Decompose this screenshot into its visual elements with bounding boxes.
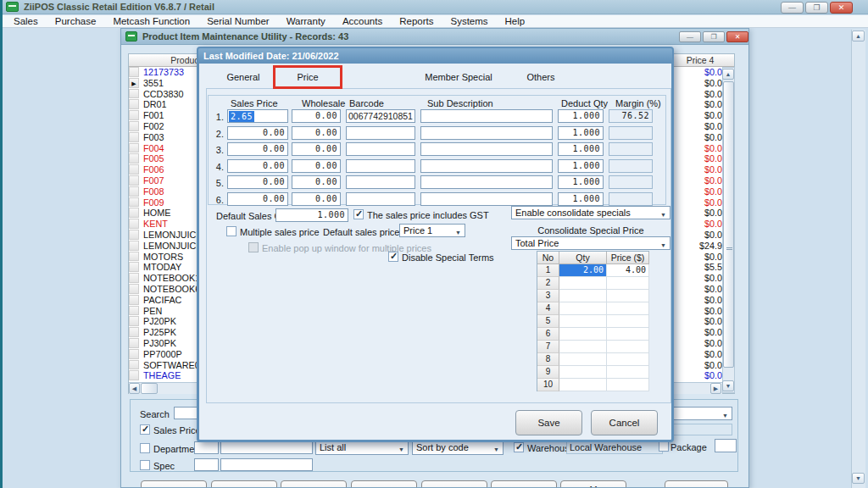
price-cell[interactable] xyxy=(607,290,649,302)
grid-scroll-left-icon[interactable]: ◀ xyxy=(129,383,140,394)
sub-description-input[interactable] xyxy=(420,126,553,140)
price-cell[interactable]: 4.00 xyxy=(607,264,649,277)
menu-reports[interactable]: Reports xyxy=(391,15,442,28)
price-cell[interactable] xyxy=(607,328,649,341)
sales-price-in-checkbox[interactable] xyxy=(140,424,150,435)
qty-cell[interactable] xyxy=(559,379,607,391)
tab-general[interactable]: General xyxy=(226,72,259,82)
minimize-button[interactable]: — xyxy=(781,2,804,14)
menu-purchase[interactable]: Purchase xyxy=(47,15,105,28)
bottom-action-button[interactable] xyxy=(421,480,487,488)
list-all-dropdown[interactable]: List all xyxy=(315,441,409,455)
menu-metcash-function[interactable]: Metcash Function xyxy=(104,15,198,28)
price-cell[interactable] xyxy=(607,353,649,366)
sales-price-input[interactable]: 0.00 xyxy=(227,192,288,206)
spec-code-input[interactable] xyxy=(194,458,219,471)
package-checkbox[interactable] xyxy=(659,441,669,452)
qty-cell[interactable] xyxy=(559,353,607,366)
menu-accounts[interactable]: Accounts xyxy=(334,15,391,28)
bottom-action-button[interactable] xyxy=(211,480,277,488)
sub-description-input[interactable] xyxy=(420,175,553,189)
bottom-action-button[interactable]: M xyxy=(560,480,626,488)
price-cell[interactable] xyxy=(607,277,649,290)
menu-systems[interactable]: Systems xyxy=(442,15,496,28)
disable-special-terms-checkbox[interactable] xyxy=(388,252,398,262)
default-sales-price-dropdown[interactable]: Price 1 xyxy=(399,224,465,237)
scroll-up-icon[interactable]: ▲ xyxy=(852,30,865,42)
warehouse-checkbox[interactable] xyxy=(514,442,524,452)
price-cell[interactable] xyxy=(607,302,649,315)
deduct-qty-input[interactable]: 1.000 xyxy=(558,126,604,140)
multiple-sales-price-checkbox[interactable] xyxy=(226,226,236,236)
save-button[interactable]: Save xyxy=(515,410,582,435)
consolidate-specials-dropdown[interactable]: Enable consolidate specials xyxy=(511,206,670,219)
qty-cell[interactable] xyxy=(559,277,607,290)
menu-warranty[interactable]: Warranty xyxy=(278,15,334,28)
grid-scroll-right-icon[interactable]: ▶ xyxy=(710,383,721,394)
sub-description-input[interactable] xyxy=(420,142,553,156)
grid-scrollbar-thumb[interactable] xyxy=(723,81,734,368)
barcode-input[interactable] xyxy=(346,192,415,206)
wholesale-input[interactable]: 0.00 xyxy=(292,142,341,156)
deduct-qty-input[interactable]: 1.000 xyxy=(558,159,604,173)
inner-titlebar[interactable]: Product Item Maintenance Utility - Recor… xyxy=(121,29,748,45)
deduct-qty-input[interactable]: 1.000 xyxy=(558,109,604,123)
bottom-action-button[interactable] xyxy=(351,480,417,488)
grid-scroll-up-icon[interactable]: ▲ xyxy=(722,69,734,80)
sales-price-input[interactable]: 0.00 xyxy=(227,159,288,173)
right-filter-dropdown[interactable] xyxy=(671,407,732,420)
package-input[interactable] xyxy=(715,439,737,452)
wholesale-input[interactable]: 0.00 xyxy=(292,109,341,123)
grid-vertical-scrollbar[interactable]: ▲ ▼ xyxy=(722,67,735,393)
restore-button[interactable]: ❐ xyxy=(805,2,828,14)
qty-cell[interactable] xyxy=(559,302,607,315)
qty-cell[interactable]: 2.00 xyxy=(559,264,607,277)
inner-maximize-button[interactable]: ❐ xyxy=(703,31,725,42)
sub-description-input[interactable] xyxy=(420,192,553,206)
deduct-qty-input[interactable]: 1.000 xyxy=(558,175,604,189)
tab-others[interactable]: Others xyxy=(526,72,554,82)
close-button[interactable]: ✕ xyxy=(830,2,853,14)
right-filter-field[interactable] xyxy=(671,424,732,435)
menu-help[interactable]: Help xyxy=(497,15,534,28)
cancel-button[interactable]: Cancel xyxy=(591,410,658,435)
total-price-dropdown[interactable]: Total Price xyxy=(511,236,670,250)
tab-member-special[interactable]: Member Special xyxy=(425,72,492,82)
qty-cell[interactable] xyxy=(559,366,607,379)
menu-sales[interactable]: Sales xyxy=(5,15,47,28)
barcode-input[interactable]: 0067742910851 xyxy=(346,109,415,123)
wholesale-input[interactable]: 0.00 xyxy=(292,175,341,189)
barcode-input[interactable] xyxy=(346,175,415,189)
bottom-action-button[interactable] xyxy=(141,480,207,488)
department-checkbox[interactable] xyxy=(140,443,150,453)
price-cell[interactable] xyxy=(607,341,649,353)
menu-serial-number[interactable]: Serial Number xyxy=(198,15,278,28)
price-cell[interactable] xyxy=(607,379,649,391)
inner-minimize-button[interactable]: — xyxy=(679,31,701,42)
default-sales-qty-input[interactable]: 1.000 xyxy=(275,208,348,222)
spec-checkbox[interactable] xyxy=(140,460,150,470)
price4-column-header[interactable]: Price 4 xyxy=(673,55,727,65)
sales-price-input[interactable]: 0.00 xyxy=(227,142,288,156)
scroll-down-icon[interactable]: ▼ xyxy=(852,473,865,484)
bottom-action-button[interactable] xyxy=(491,480,557,488)
mdi-vertical-scrollbar[interactable]: ▲ ▼ xyxy=(851,30,865,488)
spec-name-input[interactable] xyxy=(220,458,313,471)
barcode-input[interactable] xyxy=(346,126,415,140)
price-cell[interactable] xyxy=(607,315,649,328)
sales-price-input[interactable]: 0.00 xyxy=(227,126,288,140)
wholesale-input[interactable]: 0.00 xyxy=(292,126,341,140)
qty-cell[interactable] xyxy=(559,315,607,328)
sub-description-input[interactable] xyxy=(420,159,553,173)
bottom-action-button[interactable] xyxy=(281,480,347,488)
sort-by-dropdown[interactable]: Sort by code xyxy=(412,441,504,455)
barcode-input[interactable] xyxy=(346,159,415,173)
sales-price-input[interactable]: 2.65 xyxy=(227,109,288,123)
qty-cell[interactable] xyxy=(559,341,607,353)
sub-description-input[interactable] xyxy=(420,109,553,123)
wholesale-input[interactable]: 0.00 xyxy=(292,159,341,173)
warehouse-value-field[interactable]: Local Warehouse xyxy=(566,441,663,454)
qty-cell[interactable] xyxy=(559,290,607,302)
grid-hscrollbar-thumb[interactable] xyxy=(141,383,158,394)
wholesale-input[interactable]: 0.00 xyxy=(292,192,341,206)
